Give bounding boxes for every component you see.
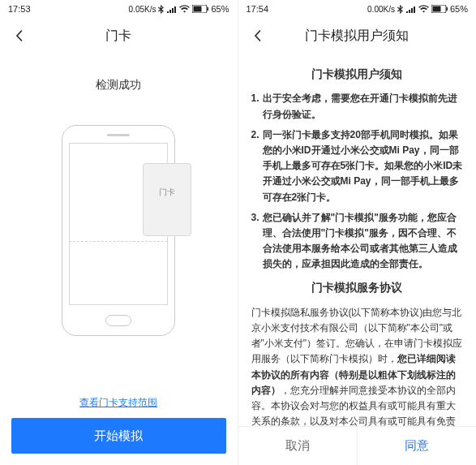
status-speed: 0.00K/s (367, 5, 395, 14)
status-bar: 17:54 0.00K/s 65% (238, 0, 477, 18)
view-support-link[interactable]: 查看门卡支持范围 (79, 397, 157, 408)
status-speed: 0.05K/s (129, 5, 157, 14)
cancel-button[interactable]: 取消 (238, 427, 358, 465)
battery-icon (192, 5, 208, 13)
list-text: 您已确认并了解"门卡模拟"服务功能，您应合理、合法使用"门卡模拟"服务，因不合理… (263, 210, 463, 273)
notice-item: 1. 出于安全考虑，需要您在开通门卡模拟前先进行身份验证。 (251, 91, 464, 122)
status-bar: 17:53 0.05K/s 65% (0, 0, 238, 18)
screen-user-notice: 17:54 0.00K/s 65% 门卡模拟用户须知 门卡模拟用户须知 (238, 0, 477, 465)
agreement-paragraph: 门卡模拟隐私服务协议(以下简称本协议)由您与北京小米支付技术有限公司（以下简称"… (251, 305, 464, 426)
status-battery: 65% (450, 4, 468, 14)
wifi-icon (179, 5, 190, 13)
list-number: 2. (251, 127, 259, 205)
phone-screen-area: 门卡 (69, 143, 168, 305)
status-time: 17:54 (247, 4, 269, 14)
back-button[interactable] (11, 28, 28, 44)
svg-rect-5 (446, 7, 448, 11)
notice-item: 3. 您已确认并了解"门卡模拟"服务功能，您应合理、合法使用"门卡模拟"服务，因… (251, 210, 464, 273)
list-number: 3. (251, 210, 259, 273)
agreement-heading: 门卡模拟服务协议 (251, 278, 464, 296)
card-illustration: 门卡 (143, 163, 191, 236)
phone-home-icon (105, 315, 131, 326)
detection-status: 检测成功 (96, 78, 141, 93)
agreement-content[interactable]: 门卡模拟用户须知 1. 出于安全考虑，需要您在开通门卡模拟前先进行身份验证。 2… (238, 54, 477, 426)
list-text: 出于安全考虑，需要您在开通门卡模拟前先进行身份验证。 (263, 91, 463, 122)
card-label: 门卡 (159, 187, 175, 198)
list-number: 1. (251, 91, 259, 122)
screen-door-card: 17:53 0.05K/s 65% 门卡 检测成功 (0, 0, 238, 465)
status-time: 17:53 (8, 4, 31, 14)
notice-item: 2. 同一张门卡最多支持20部手机同时模拟。如果您的小米ID开通过小米公交或Mi… (251, 127, 464, 205)
header: 门卡模拟用户须知 (238, 18, 477, 54)
link-row: 查看门卡支持范围 (0, 394, 238, 410)
bluetooth-icon (397, 5, 404, 14)
bottom-action-bar: 取消 同意 (238, 426, 477, 465)
signal-icon (406, 6, 416, 13)
notice-heading: 门卡模拟用户须知 (251, 65, 464, 83)
chevron-left-icon (14, 30, 25, 41)
wifi-icon (418, 5, 429, 13)
para-text: ，您充分理解并同意接受本协议的全部内容。本协议会对与您的权益具有或可能具有重大关… (251, 385, 456, 426)
agree-button[interactable]: 同意 (358, 427, 476, 465)
svg-rect-2 (208, 7, 209, 11)
status-battery: 65% (211, 4, 229, 14)
page-title: 门卡 (105, 28, 131, 45)
header: 门卡 (0, 18, 238, 54)
list-text: 同一张门卡最多支持20部手机同时模拟。如果您的小米ID开通过小米公交或Mi Pa… (263, 127, 463, 205)
start-simulate-button[interactable]: 开始模拟 (11, 418, 226, 454)
svg-rect-1 (194, 6, 202, 12)
divider-dashed (69, 241, 168, 242)
svg-rect-4 (432, 6, 440, 12)
back-button[interactable] (250, 28, 266, 44)
bluetooth-icon (158, 5, 165, 14)
phone-earpiece-icon (107, 134, 130, 136)
chevron-left-icon (252, 30, 264, 41)
page-title: 门卡模拟用户须知 (305, 28, 409, 45)
signal-icon (167, 6, 177, 13)
phone-illustration: 门卡 (62, 125, 175, 336)
battery-icon (431, 5, 448, 13)
